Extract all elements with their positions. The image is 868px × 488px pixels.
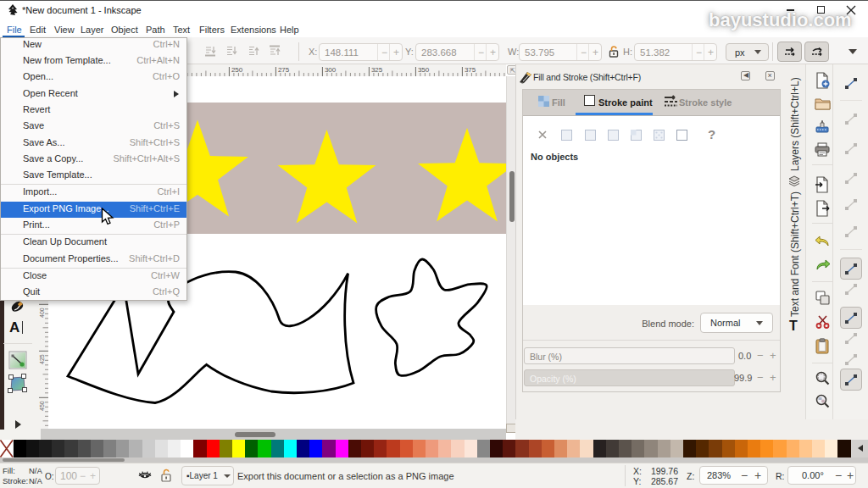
svg-text:450: 450 bbox=[39, 401, 45, 411]
svg-text:400: 400 bbox=[39, 308, 45, 318]
svg-text:425: 425 bbox=[39, 354, 45, 364]
